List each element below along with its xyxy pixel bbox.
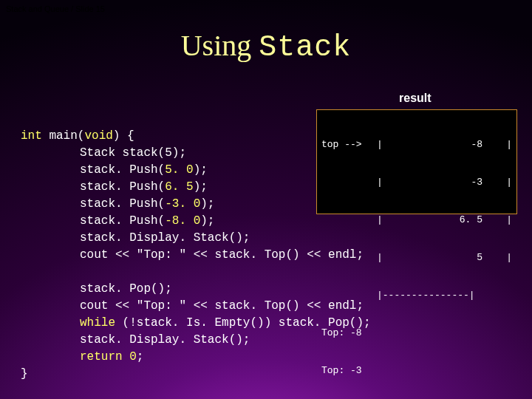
code-text: ) { — [113, 129, 134, 143]
code-number: -8. 0 — [165, 214, 200, 228]
terminal-bar: | — [505, 214, 512, 226]
code-number: 5. 0 — [165, 163, 193, 177]
code-line: cout << "Top: " << stack. Top() << endl; — [80, 248, 364, 262]
code-keyword: int — [21, 129, 42, 143]
terminal-bar: | — [505, 251, 512, 264]
code-line: stack. Display. Stack(); — [80, 231, 250, 245]
code-line: stack. Pop(); — [80, 282, 172, 296]
terminal-bar: | — [377, 214, 384, 226]
code-line: cout << "Top: " << stack. Top() << endl; — [80, 299, 364, 313]
result-label: result — [399, 92, 432, 105]
terminal-bar: | — [377, 176, 384, 188]
code-number: 6. 5 — [165, 180, 193, 194]
code-text: ); — [194, 180, 208, 194]
terminal-bar: | — [505, 176, 512, 188]
code-text — [123, 350, 130, 364]
terminal-divider-text: |---------------| — [377, 289, 475, 301]
code-number: -3. 0 — [165, 197, 200, 211]
code-text: main( — [42, 129, 85, 143]
code-line: Stack stack(5); — [80, 146, 186, 160]
code-keyword: void — [84, 129, 112, 143]
code-keyword: while — [80, 316, 115, 330]
code-keyword: return — [80, 350, 123, 364]
code-text: ; — [137, 350, 144, 364]
slide-title: Using Stack — [0, 28, 532, 64]
terminal-row-value: -3 — [384, 176, 505, 188]
title-prefix: Using — [181, 29, 259, 62]
code-text: (!stack. Is. Empty()) stack. Pop(); — [115, 316, 371, 330]
code-text: ); — [200, 214, 214, 228]
terminal-row-value: 6. 5 — [384, 214, 505, 226]
code-text: stack. Push( — [80, 214, 165, 228]
terminal-row-value: -8 — [384, 138, 505, 151]
code-text: stack. Push( — [80, 197, 165, 211]
slide: Stack and Queue / Slide 15 Using Stack r… — [0, 0, 532, 399]
terminal-row-value: 5 — [384, 251, 505, 264]
breadcrumb: Stack and Queue / Slide 15 — [6, 4, 105, 13]
terminal-bar: | — [377, 138, 384, 151]
code-number: 0 — [129, 350, 137, 364]
code-text: ); — [200, 197, 214, 211]
code-line: stack. Display. Stack(); — [80, 333, 250, 347]
terminal-bar: | — [377, 251, 384, 264]
title-mono: Stack — [259, 31, 351, 64]
terminal-bar: | — [505, 138, 512, 151]
code-text: stack. Push( — [80, 180, 165, 194]
code-text: ); — [194, 163, 208, 177]
code-line: } — [21, 367, 28, 381]
code-text: stack. Push( — [80, 163, 165, 177]
code-block: int main(void) { Stack stack(5); stack. … — [21, 111, 371, 383]
